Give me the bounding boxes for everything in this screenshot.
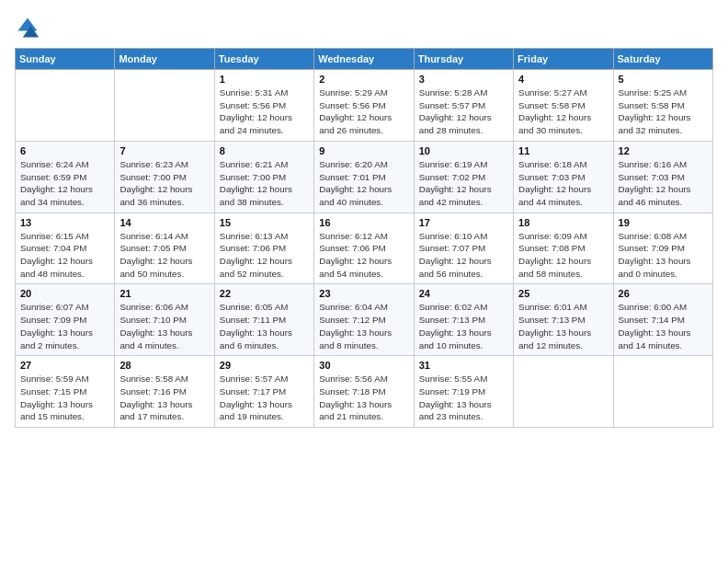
calendar-cell: 21Sunrise: 6:06 AM Sunset: 7:10 PM Dayli…	[115, 284, 214, 356]
calendar-cell: 3Sunrise: 5:28 AM Sunset: 5:57 PM Daylig…	[414, 70, 513, 142]
calendar-cell: 31Sunrise: 5:55 AM Sunset: 7:19 PM Dayli…	[414, 356, 513, 428]
calendar-week-5: 27Sunrise: 5:59 AM Sunset: 7:15 PM Dayli…	[16, 356, 713, 428]
day-number: 29	[220, 360, 309, 371]
day-info: Sunrise: 6:12 AM Sunset: 7:06 PM Dayligh…	[319, 230, 408, 281]
day-number: 19	[619, 217, 708, 228]
day-number: 13	[20, 217, 109, 228]
day-info: Sunrise: 6:09 AM Sunset: 7:08 PM Dayligh…	[518, 230, 608, 281]
calendar-table: SundayMondayTuesdayWednesdayThursdayFrid…	[15, 48, 713, 428]
day-header-sunday: Sunday	[16, 49, 115, 70]
day-number: 18	[518, 217, 608, 228]
day-info: Sunrise: 6:02 AM Sunset: 7:13 PM Dayligh…	[419, 301, 508, 351]
day-info: Sunrise: 6:04 AM Sunset: 7:12 PM Dayligh…	[319, 301, 408, 351]
day-info: Sunrise: 5:55 AM Sunset: 7:19 PM Dayligh…	[419, 373, 508, 423]
day-number: 16	[319, 217, 408, 228]
day-info: Sunrise: 6:13 AM Sunset: 7:06 PM Dayligh…	[220, 230, 309, 281]
calendar-cell: 7Sunrise: 6:23 AM Sunset: 7:00 PM Daylig…	[115, 141, 214, 213]
calendar-cell	[514, 356, 613, 428]
day-number: 15	[220, 217, 309, 228]
day-number: 2	[319, 74, 408, 85]
day-number: 3	[419, 74, 508, 85]
day-info: Sunrise: 5:58 AM Sunset: 7:16 PM Dayligh…	[119, 373, 209, 423]
day-info: Sunrise: 6:05 AM Sunset: 7:11 PM Dayligh…	[220, 301, 309, 351]
calendar-cell	[115, 70, 214, 142]
calendar-cell: 28Sunrise: 5:58 AM Sunset: 7:16 PM Dayli…	[115, 356, 214, 428]
day-number: 8	[220, 145, 309, 156]
calendar-cell: 4Sunrise: 5:27 AM Sunset: 5:58 PM Daylig…	[514, 70, 613, 142]
calendar-cell	[16, 70, 115, 142]
day-number: 10	[419, 145, 508, 156]
calendar-cell: 17Sunrise: 6:10 AM Sunset: 7:07 PM Dayli…	[414, 213, 513, 284]
day-info: Sunrise: 6:24 AM Sunset: 6:59 PM Dayligh…	[20, 158, 109, 209]
calendar-cell: 26Sunrise: 6:00 AM Sunset: 7:14 PM Dayli…	[613, 284, 712, 356]
calendar-week-1: 1Sunrise: 5:31 AM Sunset: 5:56 PM Daylig…	[16, 70, 713, 142]
day-number: 6	[20, 145, 109, 156]
calendar-cell: 29Sunrise: 5:57 AM Sunset: 7:17 PM Dayli…	[214, 356, 313, 428]
day-header-monday: Monday	[115, 49, 214, 70]
day-number: 1	[220, 74, 309, 85]
day-header-thursday: Thursday	[414, 49, 513, 70]
calendar-cell: 25Sunrise: 6:01 AM Sunset: 7:13 PM Dayli…	[514, 284, 613, 356]
calendar-week-2: 6Sunrise: 6:24 AM Sunset: 6:59 PM Daylig…	[16, 141, 713, 213]
day-header-wednesday: Wednesday	[314, 49, 414, 70]
day-number: 20	[20, 288, 109, 299]
day-number: 14	[119, 217, 209, 228]
day-info: Sunrise: 5:56 AM Sunset: 7:18 PM Dayligh…	[319, 373, 408, 423]
day-info: Sunrise: 6:15 AM Sunset: 7:04 PM Dayligh…	[20, 230, 109, 281]
day-info: Sunrise: 6:07 AM Sunset: 7:09 PM Dayligh…	[20, 301, 109, 351]
day-number: 25	[518, 288, 608, 299]
day-number: 17	[419, 217, 508, 228]
calendar-cell: 30Sunrise: 5:56 AM Sunset: 7:18 PM Dayli…	[314, 356, 414, 428]
day-number: 27	[20, 360, 109, 371]
svg-marker-0	[18, 18, 38, 31]
calendar-cell: 18Sunrise: 6:09 AM Sunset: 7:08 PM Dayli…	[514, 213, 613, 284]
day-number: 5	[619, 74, 708, 85]
calendar-cell: 10Sunrise: 6:19 AM Sunset: 7:02 PM Dayli…	[414, 141, 513, 213]
calendar-cell: 14Sunrise: 6:14 AM Sunset: 7:05 PM Dayli…	[115, 213, 214, 284]
day-number: 24	[419, 288, 508, 299]
day-info: Sunrise: 6:19 AM Sunset: 7:02 PM Dayligh…	[419, 158, 508, 209]
calendar-cell: 27Sunrise: 5:59 AM Sunset: 7:15 PM Dayli…	[16, 356, 115, 428]
day-info: Sunrise: 6:08 AM Sunset: 7:09 PM Dayligh…	[619, 230, 708, 281]
day-number: 28	[119, 360, 209, 371]
day-number: 30	[319, 360, 408, 371]
calendar-week-4: 20Sunrise: 6:07 AM Sunset: 7:09 PM Dayli…	[16, 284, 713, 356]
day-header-tuesday: Tuesday	[214, 49, 313, 70]
day-info: Sunrise: 6:23 AM Sunset: 7:00 PM Dayligh…	[119, 158, 209, 209]
day-info: Sunrise: 6:10 AM Sunset: 7:07 PM Dayligh…	[419, 230, 508, 281]
calendar-cell: 15Sunrise: 6:13 AM Sunset: 7:06 PM Dayli…	[214, 213, 313, 284]
day-info: Sunrise: 6:14 AM Sunset: 7:05 PM Dayligh…	[119, 230, 209, 281]
day-number: 21	[119, 288, 209, 299]
day-number: 4	[518, 74, 608, 85]
day-info: Sunrise: 6:16 AM Sunset: 7:03 PM Dayligh…	[619, 158, 708, 209]
calendar-week-3: 13Sunrise: 6:15 AM Sunset: 7:04 PM Dayli…	[16, 213, 713, 284]
day-info: Sunrise: 6:01 AM Sunset: 7:13 PM Dayligh…	[518, 301, 608, 351]
day-header-saturday: Saturday	[613, 49, 712, 70]
calendar-cell: 9Sunrise: 6:20 AM Sunset: 7:01 PM Daylig…	[314, 141, 414, 213]
calendar-cell: 13Sunrise: 6:15 AM Sunset: 7:04 PM Dayli…	[16, 213, 115, 284]
day-info: Sunrise: 5:27 AM Sunset: 5:58 PM Dayligh…	[518, 86, 608, 137]
calendar-cell: 22Sunrise: 6:05 AM Sunset: 7:11 PM Dayli…	[214, 284, 313, 356]
calendar-cell: 16Sunrise: 6:12 AM Sunset: 7:06 PM Dayli…	[314, 213, 414, 284]
calendar-cell: 5Sunrise: 5:25 AM Sunset: 5:58 PM Daylig…	[613, 70, 712, 142]
day-number: 7	[119, 145, 209, 156]
calendar-cell: 11Sunrise: 6:18 AM Sunset: 7:03 PM Dayli…	[514, 141, 613, 213]
day-info: Sunrise: 6:18 AM Sunset: 7:03 PM Dayligh…	[518, 158, 608, 209]
day-info: Sunrise: 6:20 AM Sunset: 7:01 PM Dayligh…	[319, 158, 408, 209]
day-number: 26	[619, 288, 708, 299]
day-info: Sunrise: 6:21 AM Sunset: 7:00 PM Dayligh…	[220, 158, 309, 209]
day-info: Sunrise: 6:00 AM Sunset: 7:14 PM Dayligh…	[619, 301, 708, 351]
day-info: Sunrise: 5:25 AM Sunset: 5:58 PM Dayligh…	[619, 86, 708, 137]
calendar-cell	[613, 356, 712, 428]
calendar-cell: 8Sunrise: 6:21 AM Sunset: 7:00 PM Daylig…	[214, 141, 313, 213]
day-info: Sunrise: 5:59 AM Sunset: 7:15 PM Dayligh…	[20, 373, 109, 423]
day-info: Sunrise: 5:28 AM Sunset: 5:57 PM Dayligh…	[419, 86, 508, 137]
calendar-cell: 6Sunrise: 6:24 AM Sunset: 6:59 PM Daylig…	[16, 141, 115, 213]
logo-icon	[15, 15, 40, 40]
day-number: 12	[619, 145, 708, 156]
day-info: Sunrise: 5:57 AM Sunset: 7:17 PM Dayligh…	[220, 373, 309, 423]
day-number: 9	[319, 145, 408, 156]
page-header	[15, 15, 713, 40]
day-number: 31	[419, 360, 508, 371]
day-number: 23	[319, 288, 408, 299]
